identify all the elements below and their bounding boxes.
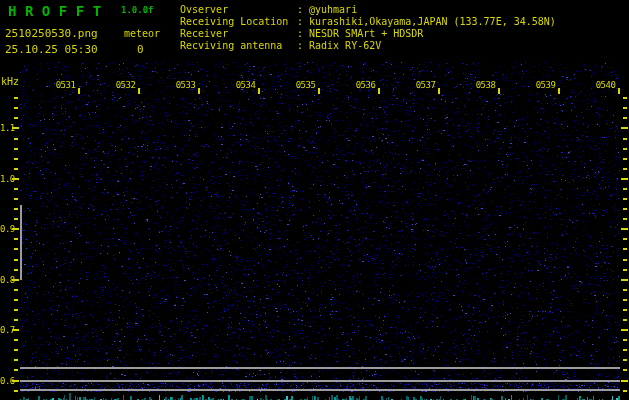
info-separator: :	[297, 16, 309, 28]
meteor-count-label: meteor	[124, 29, 160, 39]
y-tick-label: 0.8	[0, 275, 13, 285]
info-value: Radix RY-62V	[309, 40, 381, 52]
info-separator: :	[297, 28, 309, 40]
x-tick-label: 0533	[173, 80, 199, 90]
info-row-receiver: Receiver:NESDR SMArt + HDSDR	[180, 28, 556, 40]
y-tick-label: 1.0	[0, 174, 13, 184]
capture-datetime: 25.10.25 05:30	[5, 44, 98, 55]
meteor-count-value: 0	[137, 44, 144, 55]
x-tick-label: 0532	[113, 80, 139, 90]
app-title: HROFFT	[8, 4, 110, 18]
y-tick-label: 1.1	[0, 123, 13, 133]
info-label: Receiving Location	[180, 16, 297, 28]
info-value: kurashiki,Okayama,JAPAN (133.77E, 34.58N…	[309, 16, 556, 28]
x-tick-label: 0536	[353, 80, 379, 90]
info-value: @yuhmari	[309, 4, 357, 16]
x-tick-label: 0540	[593, 80, 619, 90]
info-label: Receiver	[180, 28, 297, 40]
info-row-location: Receiving Location:kurashiki,Okayama,JAP…	[180, 16, 556, 28]
y-tick-label: 0.7	[0, 325, 13, 335]
station-info-block: Ovserver:@yuhmari Receiving Location:kur…	[180, 4, 556, 52]
info-value: NESDR SMArt + HDSDR	[309, 28, 423, 40]
info-separator: :	[297, 40, 309, 52]
x-tick-label: 0537	[413, 80, 439, 90]
x-tick-label: 0531	[53, 80, 79, 90]
x-tick-label: 0535	[293, 80, 319, 90]
x-tick-label: 0539	[533, 80, 559, 90]
app-version: 1.0.0f	[121, 6, 154, 15]
info-row-observer: Ovserver:@yuhmari	[180, 4, 556, 16]
x-tick-label: 0534	[233, 80, 259, 90]
info-label: Recviving antenna	[180, 40, 297, 52]
x-tick-label: 0538	[473, 80, 499, 90]
freq-axis-unit-label: kHz	[1, 77, 19, 87]
y-tick-label: 0.9	[0, 224, 13, 234]
info-separator: :	[297, 4, 309, 16]
output-filename: 2510250530.png	[5, 28, 98, 39]
y-tick-label: 0.6	[0, 376, 13, 386]
spectrogram-canvas	[0, 0, 629, 400]
info-label: Ovserver	[180, 4, 297, 16]
info-row-antenna: Recviving antenna:Radix RY-62V	[180, 40, 556, 52]
hrofft-output-image: HROFFT 1.0.0f 2510250530.png meteor 0 25…	[0, 0, 629, 400]
